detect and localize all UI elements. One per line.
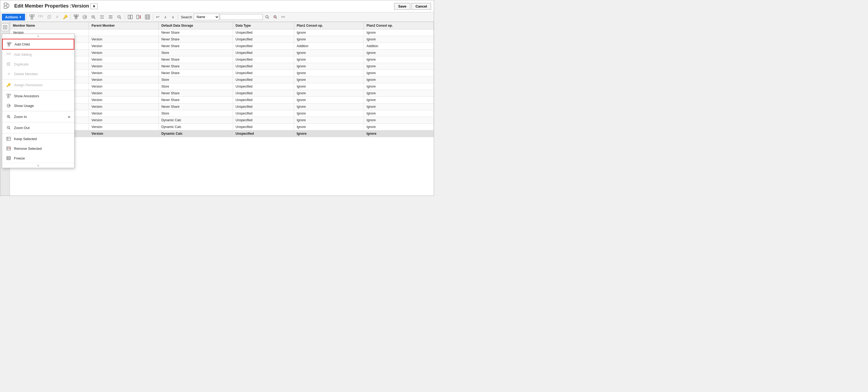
cell-data-type: Unspecified xyxy=(233,83,294,90)
search-execute-btn[interactable] xyxy=(264,14,271,20)
svg-rect-9 xyxy=(38,16,40,17)
dropdown-item-zoom-in[interactable]: Zoom In ▶ xyxy=(2,112,74,121)
search-clear-btn[interactable] xyxy=(272,14,279,20)
zoom-out-btn[interactable] xyxy=(115,13,123,21)
cell-plan1-consol-op: Ignore xyxy=(294,70,364,77)
svg-rect-15 xyxy=(76,15,78,16)
move-up-btn[interactable]: ∧ xyxy=(162,14,169,20)
svg-line-75 xyxy=(9,117,10,118)
col-plan1-consol-op: Plan1 Consol op. xyxy=(294,22,364,29)
delete-icon: ✕ xyxy=(6,71,11,77)
svg-rect-43 xyxy=(145,15,150,19)
svg-rect-1 xyxy=(4,6,7,8)
svg-rect-10 xyxy=(41,16,43,17)
move-down-btn[interactable]: ∨ xyxy=(169,14,177,20)
cell-default-data-storage: Store xyxy=(158,83,233,90)
show-ancestors-btn[interactable] xyxy=(72,13,80,21)
cell-plan2-consol-op: Ignore xyxy=(364,63,434,70)
more-btn[interactable]: >> xyxy=(280,14,286,20)
cell-default-data-storage: Store xyxy=(158,50,233,56)
left-nav-btn-1[interactable] xyxy=(1,23,9,31)
collapse-btn[interactable] xyxy=(106,13,115,21)
cell-data-type: Unspecified xyxy=(233,43,294,50)
add-child-btn[interactable] xyxy=(28,13,36,21)
cell-default-data-storage: Store xyxy=(158,77,233,83)
svg-rect-37 xyxy=(130,15,132,19)
dropdown-item-show-ancestors[interactable]: Show Ancestors xyxy=(2,91,74,101)
cell-data-type: Unspecified xyxy=(233,90,294,97)
title-dropdown-btn[interactable]: ▼ xyxy=(90,3,98,9)
dropdown-item-remove-selected[interactable]: Remove Selected xyxy=(2,144,74,153)
keep-icon xyxy=(6,136,11,141)
dropdown-item-label: Remove Selected xyxy=(14,146,70,150)
svg-rect-64 xyxy=(6,53,8,54)
cell-data-type: Unspecified xyxy=(233,104,294,110)
save-button[interactable]: Save xyxy=(394,3,410,10)
svg-point-48 xyxy=(266,16,268,18)
search-label: Search xyxy=(181,15,192,19)
cell-plan1-consol-op: Ignore xyxy=(294,50,364,56)
cell-plan1-consol-op: Ignore xyxy=(294,131,364,137)
undo-btn[interactable]: ↩ xyxy=(154,13,161,21)
title-text-content: Edit Member Properties :Version xyxy=(14,3,89,9)
cell-parent-member: Version xyxy=(89,70,159,77)
toolbar-separator-3 xyxy=(125,14,125,20)
expand-btn[interactable] xyxy=(98,13,106,21)
delete-btn[interactable]: ✕ xyxy=(54,13,61,21)
cell-plan1-consol-op: Ignore xyxy=(294,124,364,131)
dropdown-item-keep-selected[interactable]: Keep Selected xyxy=(2,134,74,144)
cell-plan2-consol-op: Ignore xyxy=(364,124,434,131)
actions-button[interactable]: Actions ▼ xyxy=(2,14,25,21)
search-type-select[interactable]: Name Alias Description xyxy=(194,14,219,20)
dropdown-item-freeze[interactable]: Freeze xyxy=(2,153,74,163)
svg-rect-38 xyxy=(137,15,138,19)
cell-plan2-consol-op: Ignore xyxy=(364,131,434,137)
cell-parent-member: Version xyxy=(89,83,159,90)
cell-parent-member: Version xyxy=(89,117,159,124)
cell-data-type: Unspecified xyxy=(233,50,294,56)
dropdown-item-show-usage[interactable]: Show Usage xyxy=(2,101,74,110)
zoom-in-btn[interactable] xyxy=(89,13,97,21)
cell-parent-member: Version xyxy=(89,63,159,70)
dropdown-item-add-child[interactable]: Add Child xyxy=(2,39,74,50)
svg-rect-57 xyxy=(7,42,9,44)
filter-btn[interactable] xyxy=(135,13,143,21)
cell-plan2-consol-op: Ignore xyxy=(364,110,434,117)
cell-parent-member: Version xyxy=(89,43,159,50)
svg-rect-0 xyxy=(4,3,7,5)
grid-btn[interactable] xyxy=(144,13,152,21)
cell-parent-member: Version xyxy=(89,104,159,110)
cell-data-type: Unspecified xyxy=(233,110,294,117)
app-icon xyxy=(3,2,11,10)
cell-plan1-consol-op: Ignore xyxy=(294,97,364,104)
svg-rect-36 xyxy=(128,15,130,19)
cancel-button[interactable]: Cancel xyxy=(411,3,431,10)
zoom-in-icon xyxy=(6,114,11,119)
submenu-arrow: ▶ xyxy=(68,115,70,118)
cell-plan1-consol-op: Ignore xyxy=(294,90,364,97)
actions-label: Actions xyxy=(5,15,18,19)
search-input[interactable] xyxy=(220,14,263,20)
cell-plan1-consol-op: Ignore xyxy=(294,77,364,83)
cell-parent-member: Version xyxy=(89,90,159,97)
svg-line-24 xyxy=(94,18,95,19)
dropdown-item-label: Assign Permission xyxy=(14,83,70,87)
add-sibling-btn[interactable] xyxy=(37,13,45,21)
dropdown-item-zoom-out[interactable]: Zoom Out xyxy=(2,123,74,133)
col-parent-member: Parent Member xyxy=(89,22,159,29)
duplicate-btn[interactable] xyxy=(45,13,53,21)
svg-line-51 xyxy=(276,18,277,19)
split-btn[interactable] xyxy=(126,13,134,21)
cell-parent-member: Version xyxy=(89,124,159,131)
cell-data-type: Unspecified xyxy=(233,63,294,70)
assign-perm-btn[interactable]: 🔑 xyxy=(61,14,69,20)
toolbar: Actions ▼ ✕ 🔑 xyxy=(0,12,434,22)
svg-rect-58 xyxy=(9,42,11,44)
show-usage-btn[interactable] xyxy=(81,13,89,21)
cell-default-data-storage: Never Share xyxy=(158,97,233,104)
dropdown-item-label: Add Sibling xyxy=(14,53,70,57)
svg-line-79 xyxy=(9,129,10,130)
svg-rect-67 xyxy=(8,62,10,65)
ancestors-icon xyxy=(6,93,11,99)
svg-rect-12 xyxy=(48,16,50,19)
